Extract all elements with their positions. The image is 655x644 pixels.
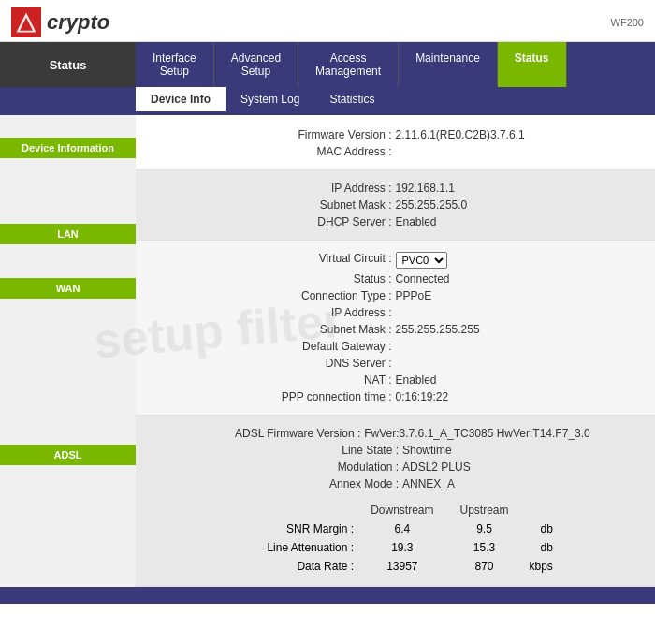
wan-vc-row: Virtual Circuit : PVC0 PVC1 PVC2 — [136, 250, 655, 271]
firmware-row: Firmware Version : 2.11.6.1(RE0.C2B)3.7.… — [136, 126, 655, 143]
wan-dns-row: DNS Server : — [136, 355, 655, 372]
wan-dns-value — [396, 357, 546, 370]
sidebar: Device Information LAN WAN ADSL — [0, 115, 136, 587]
stats-row: SNR Margin : 6.4 9.5 db — [226, 520, 564, 537]
stats-header-downstream: Downstream — [359, 502, 444, 519]
wan-gateway-value — [396, 340, 546, 353]
sub-nav-system-log[interactable]: System Log — [226, 87, 314, 111]
adsl-modulation-row: Modulation : ADSL2 PLUS — [136, 459, 655, 476]
lan-ip-value: 192.168.1.1 — [396, 182, 546, 195]
stats-header-label — [226, 502, 357, 519]
wan-gateway-label: Default Gateway : — [246, 340, 396, 353]
lan-dhcp-value: Enabled — [396, 215, 546, 228]
nav-interface-setup[interactable]: Interface Setup — [136, 42, 214, 87]
wan-subnet-value: 255.255.255.255 — [396, 323, 546, 336]
device-info-section: Firmware Version : 2.11.6.1(RE0.C2B)3.7.… — [136, 115, 655, 170]
mac-value — [396, 145, 546, 158]
stats-row-unit: kbps — [524, 558, 564, 575]
mac-row: MAC Address : — [136, 143, 655, 160]
nav-access-management[interactable]: Access Management — [298, 42, 399, 87]
lan-header: LAN — [0, 224, 136, 244]
stats-row-upstream: 9.5 — [447, 520, 522, 537]
header: crypto WF200 — [0, 0, 655, 42]
stats-row-upstream: 870 — [447, 558, 522, 575]
adsl-linestate-row: Line State : Showtime — [136, 442, 655, 459]
wan-conntype-row: Connection Type : PPPoE — [136, 287, 655, 304]
logo-icon — [11, 7, 41, 37]
sub-nav-statistics[interactable]: Statistics — [314, 87, 389, 111]
stats-row-downstream: 19.3 — [359, 539, 444, 556]
stats-header-upstream: Upstream — [447, 502, 522, 519]
nav-advanced-setup[interactable]: Advanced Setup — [214, 42, 298, 87]
wan-status-value: Connected — [396, 272, 546, 285]
lan-subnet-row: Subnet Mask : 255.255.255.0 — [136, 197, 655, 213]
stats-row-unit: db — [524, 539, 564, 556]
wan-status-row: Status : Connected — [136, 271, 655, 287]
main-content: Firmware Version : 2.11.6.1(RE0.C2B)3.7.… — [136, 115, 655, 587]
footer-bar — [0, 587, 655, 604]
wan-status-label: Status : — [246, 272, 396, 285]
stats-row: Data Rate : 13957 870 kbps — [226, 558, 564, 575]
lan-subnet-label: Subnet Mask : — [246, 198, 396, 212]
adsl-fw-row: ADSL Firmware Version : FwVer:3.7.6.1_A_… — [136, 425, 655, 442]
stats-row-label: Data Rate : — [226, 558, 357, 575]
adsl-modulation-label: Modulation : — [239, 461, 402, 474]
stats-row-downstream: 6.4 — [359, 520, 444, 537]
wan-conntype-label: Connection Type : — [246, 289, 396, 302]
stats-row-upstream: 15.3 — [447, 539, 522, 556]
wan-section: Virtual Circuit : PVC0 PVC1 PVC2 Status … — [136, 241, 655, 416]
content: Device Information LAN WAN ADSL Firmware… — [0, 115, 655, 587]
wan-nat-row: NAT : Enabled — [136, 372, 655, 388]
adsl-section: ADSL Firmware Version : FwVer:3.7.6.1_A_… — [136, 416, 655, 587]
lan-ip-label: IP Address : — [246, 182, 396, 195]
stats-section: Downstream Upstream SNR Margin : 6.4 9.5… — [136, 500, 655, 577]
wan-conntype-value: PPPoE — [396, 289, 546, 302]
adsl-linestate-value: Showtime — [402, 444, 552, 457]
adsl-fw-value: FwVer:3.7.6.1_A_TC3085 HwVer:T14.F7_3.0 — [364, 427, 590, 440]
adsl-fw-label: ADSL Firmware Version : — [200, 427, 364, 440]
stats-table: Downstream Upstream SNR Margin : 6.4 9.5… — [225, 500, 566, 577]
firmware-value: 2.11.6.1(RE0.C2B)3.7.6.1 — [396, 128, 546, 141]
wan-ip-row: IP Address : — [136, 304, 655, 321]
wan-ppp-label: PPP connection time : — [246, 390, 396, 403]
stats-row-label: Line Attenuation : — [226, 539, 357, 556]
wan-dns-label: DNS Server : — [246, 357, 396, 370]
wan-vc-label: Virtual Circuit : — [246, 252, 396, 269]
wan-vc-value: PVC0 PVC1 PVC2 — [396, 252, 546, 269]
stats-header-unit — [524, 502, 564, 519]
stats-row-label: SNR Margin : — [226, 520, 357, 537]
main-nav: Status Interface Setup Advanced Setup Ac… — [0, 42, 655, 87]
mac-label: MAC Address : — [246, 145, 396, 158]
wan-subnet-label: Subnet Mask : — [246, 323, 396, 336]
nav-maintenance[interactable]: Maintenance — [399, 42, 498, 87]
stats-row-downstream: 13957 — [359, 558, 444, 575]
nav-status[interactable]: Status — [498, 42, 567, 87]
adsl-linestate-label: Line State : — [239, 444, 402, 457]
device-info-header: Device Information — [0, 138, 136, 158]
wan-ip-label: IP Address : — [246, 306, 396, 319]
lan-subnet-value: 255.255.255.0 — [396, 198, 546, 212]
wan-header: WAN — [0, 278, 136, 299]
wan-subnet-row: Subnet Mask : 255.255.255.255 — [136, 321, 655, 338]
wan-nat-label: NAT : — [246, 373, 396, 387]
sub-nav: Device Info System Log Statistics — [0, 87, 655, 111]
lan-dhcp-row: DHCP Server : Enabled — [136, 213, 655, 230]
stats-row-unit: db — [524, 520, 564, 537]
firmware-label: Firmware Version : — [246, 128, 396, 141]
stats-row: Line Attenuation : 19.3 15.3 db — [226, 539, 564, 556]
content-wrapper: setup filter Device Information LAN WAN … — [0, 115, 655, 587]
lan-ip-row: IP Address : 192.168.1.1 — [136, 180, 655, 197]
adsl-annex-row: Annex Mode : ANNEX_A — [136, 476, 655, 492]
lan-dhcp-label: DHCP Server : — [246, 215, 396, 228]
logo-text: crypto — [47, 10, 109, 35]
logo: crypto — [11, 7, 109, 37]
wan-ppp-value: 0:16:19:22 — [396, 390, 546, 403]
adsl-annex-label: Annex Mode : — [239, 477, 402, 490]
adsl-annex-value: ANNEX_A — [402, 477, 552, 490]
wan-ip-value — [396, 306, 546, 319]
sub-nav-device-info[interactable]: Device Info — [136, 87, 226, 111]
lan-section: IP Address : 192.168.1.1 Subnet Mask : 2… — [136, 170, 655, 241]
adsl-header: ADSL — [0, 445, 136, 465]
wan-gateway-row: Default Gateway : — [136, 338, 655, 355]
wan-vc-select[interactable]: PVC0 PVC1 PVC2 — [396, 252, 447, 269]
